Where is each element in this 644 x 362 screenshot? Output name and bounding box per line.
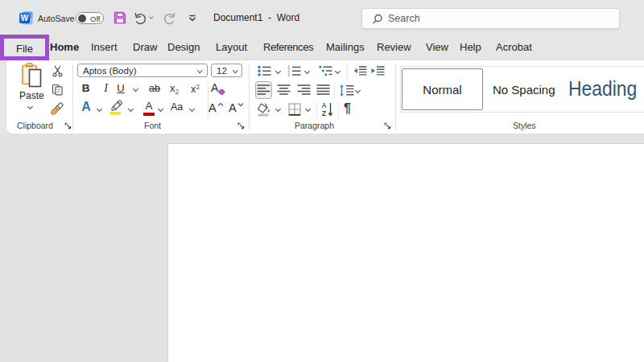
svg-text:Z: Z: [322, 109, 326, 117]
svg-text:W: W: [21, 14, 29, 23]
svg-text:3: 3: [287, 72, 290, 76]
svg-text:A: A: [321, 101, 326, 109]
